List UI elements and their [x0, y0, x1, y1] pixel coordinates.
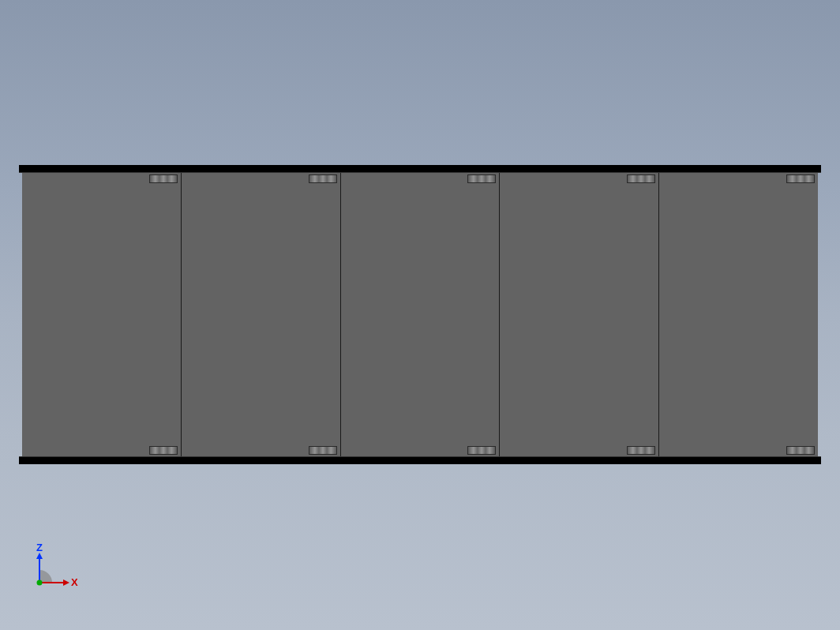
- top-beam: [19, 165, 821, 173]
- cad-viewport[interactable]: Z X: [0, 0, 840, 630]
- x-axis-arrow-icon: [63, 579, 69, 586]
- z-axis-label: Z: [36, 542, 43, 553]
- bracket-icon: [627, 446, 655, 455]
- origin-point-icon: [37, 580, 43, 586]
- x-axis-label: X: [71, 576, 78, 588]
- panels-container: [22, 173, 818, 456]
- bracket-icon: [309, 446, 337, 455]
- panel-3[interactable]: [341, 173, 501, 456]
- panel-2[interactable]: [182, 173, 341, 456]
- bracket-icon: [149, 174, 178, 183]
- bottom-beam: [19, 456, 821, 464]
- coordinate-triad[interactable]: Z X: [32, 545, 79, 592]
- panel-5[interactable]: [659, 173, 818, 456]
- z-axis-arrow-icon: [36, 553, 43, 559]
- bracket-icon: [149, 446, 178, 455]
- model-assembly[interactable]: [19, 165, 821, 464]
- bracket-icon: [786, 446, 815, 455]
- bracket-icon: [467, 446, 496, 455]
- bracket-icon: [467, 174, 496, 183]
- panel-4[interactable]: [500, 173, 659, 456]
- bracket-icon: [627, 174, 655, 183]
- bracket-icon: [786, 174, 815, 183]
- bracket-icon: [309, 174, 337, 183]
- panel-1[interactable]: [22, 173, 182, 456]
